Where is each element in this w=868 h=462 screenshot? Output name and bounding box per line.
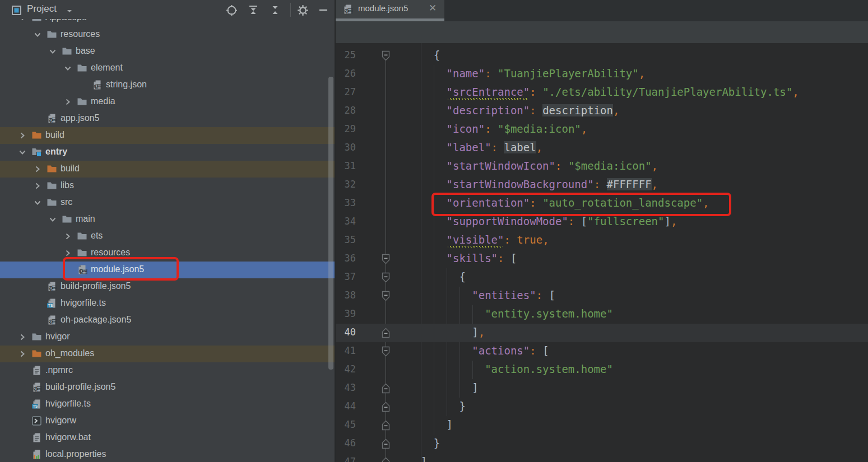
tab-module-json5[interactable]: {} module.json5 ✕ bbox=[336, 0, 444, 18]
tree-item-ets[interactable]: ets bbox=[0, 228, 335, 245]
tree-item-media[interactable]: media bbox=[0, 94, 335, 110]
code-text: "supportWindowMode": ["fullscreen"], bbox=[395, 215, 677, 227]
editor-tab-bar: {} module.json5 ✕ bbox=[336, 0, 868, 21]
project-view-icon[interactable] bbox=[10, 4, 22, 16]
fold-marker-end-43[interactable] bbox=[381, 383, 391, 394]
tree-item-hvigor[interactable]: hvigor bbox=[0, 329, 335, 346]
fold-marker-end-44[interactable] bbox=[381, 402, 391, 412]
chevron-right-icon[interactable] bbox=[33, 165, 42, 174]
editor-line-38[interactable]: 38 "entities": [ bbox=[336, 287, 868, 305]
tree-item-build[interactable]: build bbox=[0, 127, 335, 144]
collapse-all-icon[interactable] bbox=[269, 4, 281, 16]
editor-line-30[interactable]: 30 "label": label, bbox=[336, 139, 868, 157]
fold-marker-end-40[interactable] bbox=[381, 328, 391, 338]
tree-item-module-json5[interactable]: {}module.json5 bbox=[0, 262, 335, 278]
fold-marker-end-46[interactable] bbox=[381, 438, 391, 449]
fold-marker-start-25[interactable] bbox=[381, 50, 391, 61]
editor-line-35[interactable]: 35 "visible": true, bbox=[336, 231, 868, 250]
tree-item-entry[interactable]: entry bbox=[0, 144, 335, 161]
chevron-right-icon[interactable] bbox=[18, 333, 27, 342]
tree-item-element[interactable]: element bbox=[0, 60, 335, 77]
tree-item-build-profile-json5[interactable]: {}build-profile.json5 bbox=[0, 278, 335, 295]
chevron-right-icon[interactable] bbox=[18, 131, 27, 140]
code-editor[interactable]: 25 {26 "name": "TuanjiePlayerAbility",27… bbox=[336, 43, 868, 462]
editor-line-25[interactable]: 25 { bbox=[336, 46, 868, 65]
settings-icon[interactable] bbox=[296, 4, 309, 16]
tree-item-build[interactable]: build bbox=[0, 161, 335, 178]
panel-title[interactable]: Project bbox=[27, 3, 57, 15]
fold-marker-start-37[interactable] bbox=[381, 272, 391, 283]
close-icon[interactable]: ✕ bbox=[429, 2, 437, 14]
chevron-down-icon[interactable] bbox=[33, 30, 42, 39]
editor-line-42[interactable]: 42 "action.system.home" bbox=[336, 361, 868, 379]
editor-line-32[interactable]: 32 "startWindowBackground": #FFFFFF, bbox=[336, 176, 868, 194]
editor-line-34[interactable]: 34 "supportWindowMode": ["fullscreen"], bbox=[336, 213, 868, 231]
project-tree-scrollbar[interactable] bbox=[328, 77, 333, 370]
editor-line-41[interactable]: 41 "actions": [ bbox=[336, 342, 868, 361]
editor-line-36[interactable]: 36 "skills": [ bbox=[336, 250, 868, 268]
tree-item--npmrc[interactable]: .npmrc bbox=[0, 362, 335, 379]
tree-item-oh-package-json5[interactable]: {}oh-package.json5 bbox=[0, 312, 335, 329]
chevron-down-icon[interactable] bbox=[48, 47, 57, 56]
tree-item-app-json5[interactable]: {}app.json5 bbox=[0, 110, 335, 127]
json-file-icon: {} bbox=[342, 4, 353, 15]
chevron-down-icon[interactable] bbox=[18, 148, 27, 157]
editor-line-46[interactable]: 46 } bbox=[336, 435, 868, 453]
tree-item-resources[interactable]: resources bbox=[0, 26, 335, 43]
locate-icon[interactable] bbox=[225, 4, 238, 16]
tree-item-hvigorw[interactable]: hvigorw bbox=[0, 413, 335, 430]
expand-all-icon[interactable] bbox=[247, 4, 259, 16]
editor-line-31[interactable]: 31 "startWindowIcon": "$media:icon", bbox=[336, 157, 868, 176]
chevron-down-icon[interactable] bbox=[48, 215, 57, 224]
json-icon: {} bbox=[31, 382, 42, 393]
tree-item-src[interactable]: src bbox=[0, 194, 335, 211]
line-number-44: 44 bbox=[336, 400, 356, 412]
tree-item-hvigorfile-ts[interactable]: TShvigorfile.ts bbox=[0, 396, 335, 413]
panel-divider[interactable] bbox=[335, 0, 336, 462]
editor-line-29[interactable]: 29 "icon": "$media:icon", bbox=[336, 120, 868, 139]
editor-line-37[interactable]: 37 { bbox=[336, 268, 868, 287]
tree-item-build-profile-json5[interactable]: {}build-profile.json5 bbox=[0, 379, 335, 396]
code-text: "skills": [ bbox=[395, 252, 517, 264]
editor-line-40[interactable]: 40 ], bbox=[336, 324, 868, 342]
tree-item-libs[interactable]: libs bbox=[0, 178, 335, 194]
editor-line-28[interactable]: 28 "description": description, bbox=[336, 102, 868, 120]
chevron-right-icon[interactable] bbox=[63, 249, 72, 258]
tree-item-label: local.properties bbox=[45, 449, 106, 459]
chevron-right-icon[interactable] bbox=[63, 232, 72, 241]
chevron-down-icon[interactable] bbox=[33, 198, 42, 207]
fold-marker-end-47[interactable] bbox=[381, 457, 391, 462]
tree-item-hvigorfile-ts[interactable]: TShvigorfile.ts bbox=[0, 295, 335, 312]
chevron-right-icon[interactable] bbox=[18, 349, 27, 358]
fold-marker-start-36[interactable] bbox=[381, 254, 391, 264]
tree-item-label: build bbox=[45, 130, 64, 140]
tree-item-label: module.json5 bbox=[91, 264, 144, 274]
editor-line-44[interactable]: 44 } bbox=[336, 398, 868, 416]
chevron-down-icon[interactable] bbox=[63, 64, 72, 73]
editor-line-45[interactable]: 45 ] bbox=[336, 416, 868, 435]
fold-marker-start-38[interactable] bbox=[381, 291, 391, 301]
editor-line-27[interactable]: 27 "srcEntrance": "./ets/ability/Tuanjie… bbox=[336, 83, 868, 102]
tree-item-string-json[interactable]: {}string.json bbox=[0, 77, 335, 94]
tree-item-base[interactable]: base bbox=[0, 43, 335, 60]
code-text: { bbox=[395, 49, 440, 61]
editor-line-39[interactable]: 39 "entity.system.home" bbox=[336, 305, 868, 324]
chevron-down-icon[interactable] bbox=[63, 5, 76, 17]
tree-item-local-properties[interactable]: local.properties bbox=[0, 446, 335, 462]
chevron-right-icon[interactable] bbox=[33, 181, 42, 190]
editor-line-47[interactable]: 47 ] bbox=[336, 453, 868, 462]
svg-text:TS: TS bbox=[48, 304, 53, 307]
hide-icon[interactable] bbox=[317, 4, 329, 16]
editor-line-43[interactable]: 43 ] bbox=[336, 379, 868, 398]
ts-icon: TS bbox=[47, 298, 57, 309]
code-text: "actions": [ bbox=[395, 344, 549, 357]
fold-marker-start-41[interactable] bbox=[381, 346, 391, 357]
editor-line-33[interactable]: 33 "orientation": "auto_rotation_landsca… bbox=[336, 194, 868, 213]
editor-line-26[interactable]: 26 "name": "TuanjiePlayerAbility", bbox=[336, 65, 868, 83]
tree-item-resources[interactable]: resources bbox=[0, 245, 335, 262]
tree-item-oh-modules[interactable]: oh_modules bbox=[0, 346, 335, 362]
tree-item-hvigorw-bat[interactable]: hvigorw.bat bbox=[0, 430, 335, 446]
fold-marker-end-45[interactable] bbox=[381, 420, 391, 431]
chevron-right-icon[interactable] bbox=[63, 97, 72, 106]
tree-item-main[interactable]: main bbox=[0, 211, 335, 228]
